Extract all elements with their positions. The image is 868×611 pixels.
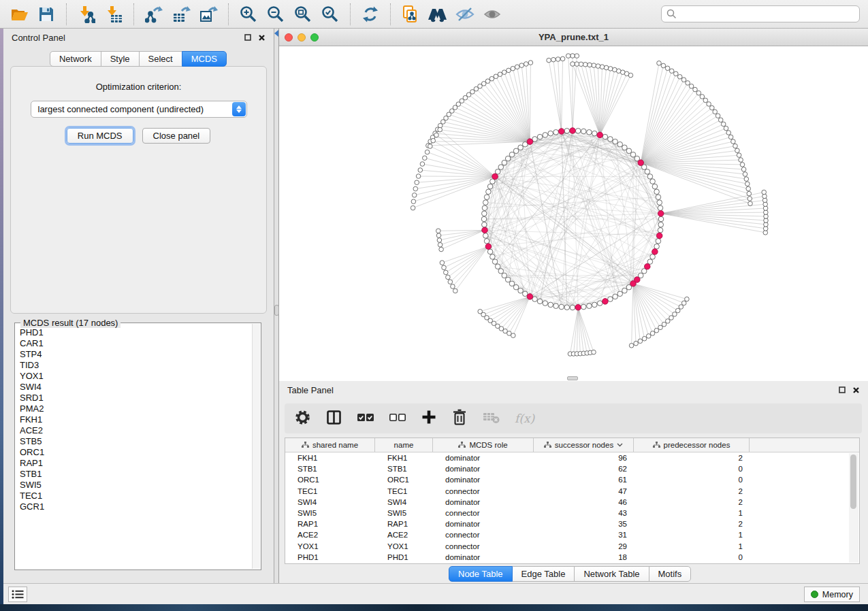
tab-motifs[interactable]: Motifs bbox=[649, 566, 692, 582]
mcds-node-item[interactable]: STP4 bbox=[20, 349, 251, 360]
splitter-handle[interactable] bbox=[274, 305, 279, 316]
export-network-icon[interactable] bbox=[142, 3, 166, 26]
mcds-node-item[interactable]: YOX1 bbox=[20, 371, 251, 382]
network-search-box[interactable] bbox=[661, 5, 860, 22]
column-header-MCDS-role[interactable]: MCDS role bbox=[433, 438, 534, 452]
cell-MCDS-role: connector bbox=[433, 487, 534, 495]
export-table-icon[interactable] bbox=[169, 3, 193, 26]
column-header-filler bbox=[750, 438, 859, 452]
mcds-node-item[interactable]: RAP1 bbox=[20, 458, 251, 469]
tab-edge-table[interactable]: Edge Table bbox=[512, 566, 575, 582]
tab-mcds[interactable]: MCDS bbox=[182, 51, 227, 67]
table-row[interactable]: PHD1PHD1dominator180 bbox=[285, 552, 849, 563]
scrollbar-thumb[interactable] bbox=[850, 455, 856, 509]
search-input[interactable] bbox=[680, 9, 854, 19]
tab-node-table[interactable]: Node Table bbox=[449, 566, 513, 582]
cell-predecessor-nodes: 2 bbox=[634, 520, 750, 528]
close-panel-icon[interactable] bbox=[258, 34, 266, 42]
trash-icon[interactable] bbox=[451, 408, 468, 429]
mcds-node-item[interactable]: TEC1 bbox=[20, 491, 251, 501]
columns-icon[interactable] bbox=[325, 409, 342, 429]
network-canvas[interactable] bbox=[279, 46, 868, 381]
close-panel-button[interactable]: Close panel bbox=[142, 128, 211, 144]
table-row[interactable]: FKH1FKH1dominator962 bbox=[285, 452, 849, 463]
table-row[interactable]: SWI4SWI4dominator462 bbox=[285, 497, 849, 508]
binoculars-icon[interactable] bbox=[425, 3, 450, 26]
float-panel-icon[interactable] bbox=[839, 386, 846, 393]
table-row[interactable]: YOX1YOX1connector291 bbox=[285, 541, 849, 552]
tab-network-table[interactable]: Network Table bbox=[574, 566, 649, 582]
cell-MCDS-role: connector bbox=[433, 542, 534, 550]
column-header-shared-name[interactable]: shared name bbox=[285, 438, 375, 452]
open-icon[interactable] bbox=[7, 3, 31, 26]
mcds-node-item[interactable]: CAR1 bbox=[20, 338, 251, 349]
delete-table-icon bbox=[482, 409, 500, 428]
cell-successor-nodes: 43 bbox=[534, 509, 634, 517]
gear-icon[interactable] bbox=[294, 409, 311, 429]
table-row[interactable]: ORC1ORC1dominator610 bbox=[285, 474, 849, 485]
mcds-node-item[interactable]: SWI5 bbox=[20, 480, 251, 491]
add-icon[interactable] bbox=[421, 409, 437, 428]
vertical-splitter[interactable] bbox=[274, 29, 279, 583]
horizontal-splitter-handle[interactable] bbox=[567, 376, 578, 380]
clone-network-icon[interactable] bbox=[398, 3, 423, 26]
zoom-in-icon[interactable] bbox=[236, 3, 261, 26]
mcds-node-item[interactable]: STB5 bbox=[20, 436, 251, 447]
import-table-icon[interactable] bbox=[101, 3, 126, 26]
cell-successor-nodes: 31 bbox=[534, 531, 634, 539]
tab-style[interactable]: Style bbox=[101, 51, 140, 67]
cell-predecessor-nodes: 2 bbox=[634, 454, 750, 462]
table-row[interactable]: STB1STB1dominator620 bbox=[285, 463, 849, 474]
mcds-node-item[interactable]: STB1 bbox=[20, 469, 251, 480]
column-header-predecessor-nodes[interactable]: predecessor nodes bbox=[634, 438, 750, 452]
table-row[interactable]: SWI5SWI5connector431 bbox=[285, 508, 849, 518]
eye-icon[interactable] bbox=[480, 3, 504, 26]
cell-shared-name: STB1 bbox=[285, 465, 375, 473]
mcds-node-item[interactable]: PMA2 bbox=[20, 403, 251, 414]
memory-button[interactable]: Memory bbox=[804, 587, 860, 602]
eye-slash-icon[interactable] bbox=[453, 3, 477, 26]
collapse-left-arrow-icon[interactable] bbox=[274, 30, 278, 37]
tab-network[interactable]: Network bbox=[50, 51, 101, 67]
control-panel-tabs: NetworkStyleSelectMCDS bbox=[3, 51, 274, 67]
mcds-node-item[interactable]: ACE2 bbox=[20, 425, 251, 436]
mcds-panel: Optimization criterion: largest connecte… bbox=[10, 66, 267, 314]
mcds-node-item[interactable]: SWI4 bbox=[20, 382, 251, 393]
mcds-node-item[interactable]: ORC1 bbox=[20, 447, 251, 458]
chevron-down-icon[interactable] bbox=[617, 443, 623, 447]
cell-shared-name: SWI5 bbox=[285, 509, 375, 517]
cell-shared-name: ACE2 bbox=[285, 531, 375, 539]
float-panel-icon[interactable] bbox=[244, 34, 251, 41]
zoom-selected-icon[interactable] bbox=[318, 3, 342, 26]
task-history-button[interactable] bbox=[8, 587, 27, 602]
mcds-node-item[interactable]: FKH1 bbox=[20, 414, 251, 425]
zoom-out-icon[interactable] bbox=[263, 3, 288, 26]
zoom-in-icon bbox=[240, 5, 257, 23]
table-scrollbar[interactable] bbox=[849, 453, 858, 563]
close-panel-icon[interactable] bbox=[852, 386, 860, 394]
column-header-successor-nodes[interactable]: successor nodes bbox=[534, 438, 634, 452]
mcds-node-item[interactable]: SRD1 bbox=[20, 393, 251, 403]
select-all-icon[interactable] bbox=[357, 409, 374, 429]
import-network-icon[interactable] bbox=[74, 3, 99, 26]
save-icon[interactable] bbox=[34, 3, 59, 26]
network-graph[interactable] bbox=[279, 46, 868, 381]
criterion-select[interactable]: largest connected component (undirected) bbox=[31, 101, 247, 118]
export-image-icon[interactable] bbox=[196, 3, 221, 26]
cell-MCDS-role: dominator bbox=[433, 476, 534, 484]
deselect-all-icon[interactable] bbox=[389, 409, 406, 429]
result-scrollbar[interactable] bbox=[252, 324, 260, 569]
table-row[interactable]: ACE2ACE2connector311 bbox=[285, 529, 849, 540]
table-row[interactable]: TEC1TEC1connector472 bbox=[285, 486, 849, 497]
zoom-fit-icon[interactable] bbox=[291, 3, 315, 26]
mcds-node-item[interactable]: PHD1 bbox=[20, 327, 251, 338]
run-mcds-button[interactable]: Run MCDS bbox=[67, 128, 133, 144]
table-row[interactable]: RAP1RAP1dominator352 bbox=[285, 518, 849, 529]
cell-successor-nodes: 62 bbox=[534, 465, 634, 473]
column-header-name[interactable]: name bbox=[375, 438, 433, 452]
refresh-icon[interactable] bbox=[358, 3, 383, 26]
network-window-titlebar[interactable]: YPA_prune.txt_1 bbox=[279, 29, 868, 46]
mcds-node-item[interactable]: TID3 bbox=[20, 360, 251, 371]
mcds-node-item[interactable]: GCR1 bbox=[20, 501, 251, 512]
tab-select[interactable]: Select bbox=[139, 51, 182, 67]
